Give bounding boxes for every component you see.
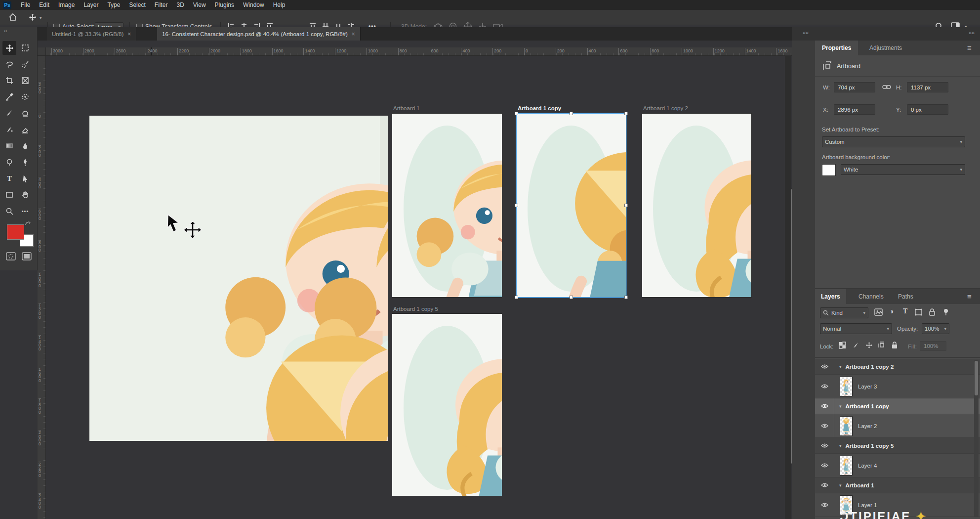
clone-stamp-tool[interactable]	[18, 106, 32, 120]
menu-item[interactable]: Window	[239, 0, 269, 9]
type-tool[interactable]: T	[2, 172, 16, 185]
reference-image[interactable]	[89, 116, 388, 441]
chevron-down-icon[interactable]: ▾	[839, 443, 842, 448]
dodge-tool[interactable]	[2, 155, 16, 169]
rectangle-tool[interactable]	[2, 188, 16, 202]
filter-smart-objects-icon[interactable]	[929, 308, 936, 316]
transform-handle[interactable]	[570, 112, 573, 115]
lock-transparency-icon[interactable]	[839, 342, 846, 349]
move-tool-icon[interactable]	[29, 13, 37, 21]
hand-tool[interactable]	[18, 188, 32, 202]
layer-thumbnail[interactable]	[840, 456, 852, 475]
layer-filter-kind-dropdown[interactable]: Kind ▾	[820, 307, 868, 318]
tab-paths[interactable]: Paths	[892, 289, 919, 304]
artboard-label[interactable]: Artboard 1	[393, 105, 420, 112]
menu-item[interactable]: Edit	[35, 0, 54, 9]
filter-shape-layers-icon[interactable]	[915, 308, 922, 316]
zoom-tool[interactable]	[2, 204, 16, 218]
panel-menu-icon[interactable]: ≡	[967, 293, 972, 300]
move-tool[interactable]	[2, 41, 16, 55]
edit-toolbar-icon[interactable]: •••	[18, 204, 32, 218]
artboard-1-copy-2[interactable]	[642, 114, 751, 297]
opacity-dropdown[interactable]: 100%▾	[922, 323, 949, 334]
layer-thumbnail[interactable]	[840, 417, 852, 435]
quick-mask-icon[interactable]	[6, 252, 16, 260]
artboard-1-copy[interactable]	[517, 114, 626, 297]
artboard-1[interactable]	[392, 114, 502, 297]
gradient-tool[interactable]	[2, 139, 16, 153]
collapse-panel-icon[interactable]: ‹‹	[4, 28, 7, 34]
width-field[interactable]: 704 px	[834, 82, 875, 92]
chevron-down-icon[interactable]: ▾	[40, 15, 42, 20]
menu-item[interactable]: 3D	[172, 0, 188, 9]
layers-scrollbar[interactable]	[974, 360, 979, 517]
transform-handle[interactable]	[624, 112, 628, 115]
menu-item[interactable]: Help	[269, 0, 290, 9]
artboard-label[interactable]: Artboard 1 copy 5	[393, 305, 438, 312]
healing-brush-tool[interactable]	[18, 90, 32, 104]
transform-handle[interactable]	[515, 112, 518, 115]
transform-handle[interactable]	[515, 204, 518, 207]
tab-channels[interactable]: Channels	[853, 289, 890, 304]
object-selection-tool[interactable]	[18, 57, 32, 71]
tab-layers[interactable]: Layers	[815, 289, 846, 304]
lock-artboard-icon[interactable]	[878, 342, 886, 349]
transform-handle[interactable]	[570, 296, 573, 299]
menu-item[interactable]: Type	[103, 0, 124, 9]
menu-item[interactable]: Layer	[79, 0, 103, 9]
crop-tool[interactable]	[2, 74, 16, 87]
visibility-toggle[interactable]	[815, 414, 834, 437]
close-icon[interactable]: ×	[352, 31, 355, 38]
visibility-toggle[interactable]	[815, 438, 834, 453]
visibility-toggle[interactable]	[815, 398, 834, 414]
transform-handle[interactable]	[624, 204, 628, 207]
filter-adjustment-layers-icon[interactable]: ◑	[889, 307, 894, 315]
layer-row[interactable]: Layer 3	[815, 375, 980, 398]
foreground-color-swatch[interactable]	[7, 224, 24, 240]
menu-item[interactable]: Select	[124, 0, 150, 9]
tab-untitled-1[interactable]: Untitled-1 @ 33.3% (RGB/8) ×	[47, 27, 136, 41]
eraser-tool[interactable]	[18, 123, 32, 136]
filter-artboards-icon[interactable]	[942, 308, 949, 316]
home-icon[interactable]	[8, 13, 17, 22]
layer-group-row[interactable]: ▾ Artboard 1 copy 5	[815, 438, 980, 454]
lasso-tool[interactable]	[2, 57, 16, 71]
pen-tool[interactable]	[18, 155, 32, 169]
layer-thumbnail[interactable]	[840, 377, 852, 396]
layer-row[interactable]: Layer 2	[815, 414, 980, 438]
visibility-toggle[interactable]	[815, 493, 834, 517]
lock-position-icon[interactable]	[865, 342, 873, 349]
canvas-area[interactable]: Artboard 1 Artboard 1 copy Artboard 1 co…	[45, 55, 785, 519]
chevron-down-icon[interactable]: ▾	[839, 364, 842, 369]
path-selection-tool[interactable]	[18, 172, 32, 185]
lock-all-icon[interactable]	[891, 341, 898, 349]
eyedropper-tool[interactable]	[2, 90, 16, 104]
artboard-bg-swatch[interactable]	[822, 164, 836, 176]
marquee-tool[interactable]	[18, 41, 32, 55]
swap-colors-icon[interactable]	[25, 221, 32, 227]
tab-character-design[interactable]: 16- Consistent Character design.psd @ 40…	[157, 27, 361, 41]
visibility-toggle[interactable]	[815, 375, 834, 398]
chevron-down-icon[interactable]: ▾	[839, 404, 842, 409]
menu-item[interactable]: View	[189, 0, 210, 9]
filter-pixel-layers-icon[interactable]	[874, 308, 883, 316]
close-icon[interactable]: ×	[127, 31, 131, 38]
layer-group-row[interactable]: ▾ Artboard 1 copy 2	[815, 359, 980, 375]
artboard-label-selected[interactable]: Artboard 1 copy	[518, 105, 561, 112]
menu-item[interactable]: Filter	[150, 0, 172, 9]
tab-adjustments[interactable]: Adjustments	[862, 41, 909, 55]
frame-tool[interactable]	[18, 74, 32, 87]
transform-handle[interactable]	[515, 296, 518, 299]
height-field[interactable]: 1137 px	[907, 82, 948, 92]
layer-group-row[interactable]: ▾ Artboard 1	[815, 477, 980, 493]
panel-menu-icon[interactable]: ≡	[967, 44, 972, 51]
layer-group-row-selected[interactable]: ▾ Artboard 1 copy	[815, 398, 980, 414]
chevron-down-icon[interactable]: ▾	[839, 483, 842, 488]
transform-handle[interactable]	[624, 296, 628, 299]
artboard-bg-dropdown[interactable]: White▾	[841, 164, 965, 175]
lock-pixels-icon[interactable]	[853, 342, 860, 349]
layer-row[interactable]: Layer 4	[815, 454, 980, 477]
blend-mode-dropdown[interactable]: Normal▾	[820, 323, 892, 334]
blur-tool[interactable]	[18, 139, 32, 153]
y-field[interactable]: 0 px	[907, 104, 948, 115]
